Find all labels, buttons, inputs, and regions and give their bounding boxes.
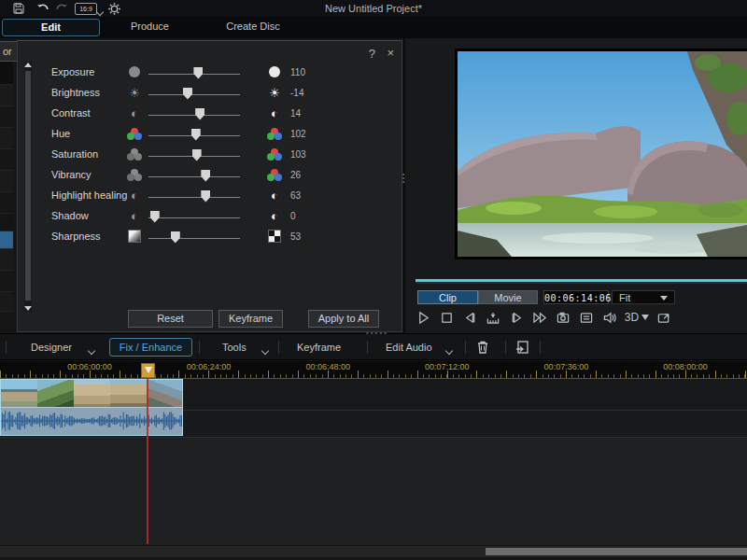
tab-edit[interactable]: Edit bbox=[2, 19, 100, 36]
toolbar-divider bbox=[278, 341, 279, 354]
edit-audio-dropdown-icon[interactable] bbox=[446, 344, 452, 356]
volume-button[interactable] bbox=[601, 309, 618, 326]
library-list-item[interactable] bbox=[0, 271, 13, 292]
adjustment-value: 26 bbox=[290, 170, 322, 180]
library-list-item[interactable] bbox=[0, 249, 13, 271]
adjustment-value: 110 bbox=[290, 67, 322, 77]
slider-highlight-healing[interactable] bbox=[148, 189, 240, 202]
play-button[interactable] bbox=[415, 309, 431, 326]
slider-track[interactable] bbox=[148, 94, 240, 95]
adjustment-value: 63 bbox=[290, 190, 322, 201]
library-list-item[interactable] bbox=[0, 214, 13, 231]
slider-saturation[interactable] bbox=[148, 148, 240, 161]
playhead-line[interactable] bbox=[147, 379, 148, 544]
panel-resize-grip-icon[interactable]: ••••• bbox=[366, 329, 388, 337]
zoom-fit-dropdown[interactable]: Fit bbox=[612, 290, 675, 304]
slider-exposure[interactable] bbox=[148, 66, 240, 78]
library-list-item[interactable] bbox=[0, 171, 13, 192]
help-icon[interactable]: ? bbox=[369, 47, 375, 61]
library-list-item[interactable] bbox=[0, 231, 13, 249]
scroll-down-icon[interactable] bbox=[24, 306, 32, 311]
adjustment-min-icon: ◐ bbox=[122, 210, 147, 222]
trio-color-icon bbox=[267, 128, 282, 140]
adjustment-rows: Exposure110Brightness☀☀-14Contrast◐◐14Hu… bbox=[18, 62, 403, 246]
3d-mode-button[interactable]: 3D bbox=[625, 309, 649, 326]
step-preview-button[interactable] bbox=[485, 309, 501, 326]
slider-handle[interactable] bbox=[195, 108, 204, 120]
adjustment-min-icon bbox=[122, 230, 147, 243]
toolbar-divider bbox=[505, 341, 506, 354]
slider-vibrancy[interactable] bbox=[148, 169, 240, 181]
slider-track[interactable] bbox=[148, 176, 240, 177]
clip-thumbnail bbox=[74, 380, 110, 407]
library-list-item[interactable] bbox=[0, 192, 13, 214]
sharpen-icon bbox=[268, 230, 281, 243]
clip-mode-button[interactable]: Clip bbox=[417, 290, 478, 304]
library-list-item[interactable] bbox=[0, 292, 13, 312]
slider-handle[interactable] bbox=[193, 67, 203, 79]
slider-track[interactable] bbox=[148, 115, 240, 116]
timecode-display[interactable]: 00:06:14:06 bbox=[543, 290, 609, 304]
slider-shadow[interactable] bbox=[148, 210, 240, 222]
keyframe-button[interactable]: Keyframe bbox=[297, 342, 341, 353]
slider-handle[interactable] bbox=[201, 190, 210, 203]
slider-brightness[interactable] bbox=[148, 87, 240, 99]
timeline-clip[interactable] bbox=[0, 379, 183, 436]
library-list-item[interactable] bbox=[0, 85, 13, 106]
fast-forward-button[interactable] bbox=[531, 309, 548, 326]
adjustment-max-icon: ◐ bbox=[262, 107, 287, 119]
contrast-icon: ◐ bbox=[131, 107, 138, 119]
timeline-ruler[interactable]: 00:06:00:0000:06:24:0000:06:48:0000:07:1… bbox=[0, 361, 747, 379]
slider-track[interactable] bbox=[148, 217, 240, 218]
video-preview[interactable] bbox=[455, 49, 747, 259]
slider-handle[interactable] bbox=[192, 149, 202, 161]
slider-handle[interactable] bbox=[150, 211, 160, 223]
slider-sharpness[interactable] bbox=[148, 231, 240, 243]
fix-enhance-button[interactable]: Fix / Enhance bbox=[109, 338, 192, 357]
apply-to-all-button[interactable]: Apply to All bbox=[308, 310, 379, 328]
tools-dropdown-icon[interactable] bbox=[262, 344, 268, 356]
slider-contrast[interactable] bbox=[148, 107, 240, 119]
playhead-marker[interactable] bbox=[141, 363, 155, 378]
tools-button[interactable]: Tools bbox=[222, 342, 247, 353]
adjustment-value: 102 bbox=[290, 129, 322, 139]
slider-track[interactable] bbox=[148, 238, 240, 239]
adjustment-min-icon: ☀ bbox=[122, 87, 147, 99]
scrollbar-thumb[interactable] bbox=[486, 548, 747, 555]
library-list-item[interactable] bbox=[0, 106, 13, 128]
edit-audio-button[interactable]: Edit Audio bbox=[386, 342, 432, 353]
tab-produce[interactable]: Produce bbox=[106, 19, 194, 35]
toolbar-divider bbox=[6, 341, 7, 354]
slider-handle[interactable] bbox=[191, 129, 201, 141]
reset-button[interactable]: Reset bbox=[128, 310, 213, 328]
clip-audio-waveform bbox=[1, 407, 182, 435]
trash-icon[interactable] bbox=[476, 340, 489, 357]
cross-fade-icon[interactable] bbox=[514, 340, 529, 357]
designer-button[interactable]: Designer bbox=[31, 342, 72, 353]
stop-button[interactable] bbox=[438, 309, 455, 326]
slider-track[interactable] bbox=[148, 197, 240, 198]
undock-preview-button[interactable] bbox=[655, 309, 672, 326]
next-frame-button[interactable] bbox=[508, 309, 525, 326]
slider-hue[interactable] bbox=[148, 128, 240, 140]
close-icon[interactable]: × bbox=[387, 46, 394, 60]
adjustment-value: 14 bbox=[290, 108, 322, 119]
designer-dropdown-icon[interactable] bbox=[89, 344, 94, 356]
project-title: New Untitled Project* bbox=[0, 3, 747, 14]
snapshot-button[interactable] bbox=[555, 309, 571, 326]
timeline-horizontal-scrollbar[interactable] bbox=[0, 545, 747, 557]
ruler-ticks bbox=[0, 371, 747, 378]
library-list-item[interactable] bbox=[0, 62, 13, 85]
slider-handle[interactable] bbox=[183, 88, 192, 100]
tab-create-disc[interactable]: Create Disc bbox=[207, 19, 299, 35]
keyframe-button[interactable]: Keyframe bbox=[218, 310, 283, 328]
previous-frame-button[interactable] bbox=[461, 309, 478, 326]
movie-mode-button[interactable]: Movie bbox=[478, 290, 538, 304]
slider-handle[interactable] bbox=[201, 170, 210, 182]
library-list-item[interactable] bbox=[0, 149, 13, 171]
adjustment-value: -14 bbox=[290, 88, 322, 98]
adjustment-row-exposure: Exposure110 bbox=[18, 62, 403, 82]
slider-handle[interactable] bbox=[171, 231, 180, 244]
library-list-item[interactable] bbox=[0, 128, 13, 149]
details-button[interactable] bbox=[578, 309, 595, 326]
